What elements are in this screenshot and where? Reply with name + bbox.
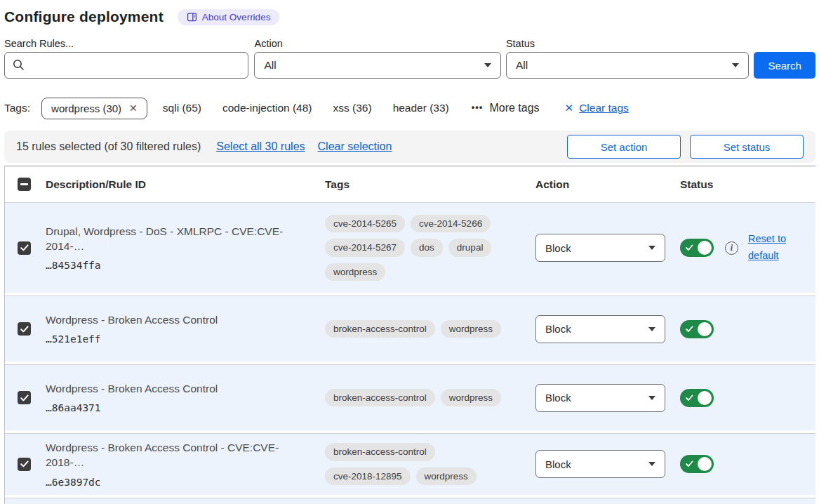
ellipsis-icon: ••• xyxy=(472,102,484,112)
tags-label: Tags: xyxy=(4,102,30,114)
caret-down-icon xyxy=(648,327,655,331)
action-select[interactable]: Block xyxy=(535,234,665,262)
reset-to-default-link[interactable]: Reset to default xyxy=(748,231,793,265)
tag-pill: broken-access-control xyxy=(325,320,435,338)
configure-deployment-page: Configure deployment About Overrides Sea… xyxy=(0,0,819,504)
tag-pill: broken-access-control xyxy=(325,443,435,461)
clear-icon: ✕ xyxy=(565,102,574,114)
row-checkbox[interactable] xyxy=(18,322,31,336)
set-action-button[interactable]: Set action xyxy=(567,135,681,159)
search-button[interactable]: Search xyxy=(754,52,815,79)
tag-pill: drupal xyxy=(448,239,492,257)
select-all-checkbox[interactable] xyxy=(18,178,31,191)
column-header-description: Description/Rule ID xyxy=(44,178,325,191)
search-rules-input[interactable] xyxy=(4,52,248,79)
column-header-tags: Tags xyxy=(325,178,535,191)
rule-description: Wordpress - Broken Access Control xyxy=(46,313,307,328)
tag-option[interactable]: header (33) xyxy=(393,102,449,114)
status-filter-value: All xyxy=(516,59,528,72)
column-header-status: Status xyxy=(666,178,815,191)
toggle-knob xyxy=(698,457,712,471)
tag-pill: cve-2014-5266 xyxy=(411,215,491,233)
row-checkbox[interactable] xyxy=(18,458,31,471)
action-select-value: Block xyxy=(545,458,571,470)
page-title: Configure deployment xyxy=(4,8,164,25)
selected-tag-chip[interactable]: wordpress (30) ✕ xyxy=(41,98,147,119)
info-icon[interactable]: i xyxy=(725,241,738,255)
rule-id: …521e1eff xyxy=(46,333,307,345)
selection-summary: 15 rules selected (of 30 filtered rules) xyxy=(16,140,201,153)
caret-down-icon xyxy=(732,63,739,67)
rule-id: …84534ffa xyxy=(46,260,307,271)
status-filter-select[interactable]: All xyxy=(506,52,749,79)
table-row: Wordpress - Broken Access Control…86aa43… xyxy=(5,364,815,430)
tag-options: sqli (65)code-injection (48)xss (36)head… xyxy=(163,102,449,114)
toggle-check-icon xyxy=(686,326,693,333)
status-toggle[interactable] xyxy=(680,455,714,473)
table-body: Drupal, Wordpress - DoS - XMLRPC - CVE:C… xyxy=(5,203,815,504)
table-row xyxy=(5,498,815,504)
remove-tag-icon[interactable]: ✕ xyxy=(129,102,138,114)
table-row: Wordpress - Broken Access Control - CVE:… xyxy=(5,433,815,495)
tag-pill: wordpress xyxy=(325,263,385,281)
action-select[interactable]: Block xyxy=(535,384,665,412)
search-rules-label: Search Rules... xyxy=(4,38,248,49)
clear-tags-button[interactable]: ✕ Clear tags xyxy=(565,102,629,114)
row-checkbox[interactable] xyxy=(18,241,31,255)
toggle-check-icon xyxy=(686,460,693,467)
caret-down-icon xyxy=(484,63,491,67)
page-header: Configure deployment About Overrides xyxy=(4,8,815,25)
table-row: Wordpress - Broken Access Control…521e1e… xyxy=(5,296,815,362)
action-select[interactable]: Block xyxy=(535,450,665,478)
check-icon xyxy=(20,394,29,402)
tag-option[interactable]: sqli (65) xyxy=(163,102,201,114)
tag-pill: broken-access-control xyxy=(325,389,435,407)
selected-tag-label: wordpress (30) xyxy=(51,102,121,114)
row-checkbox[interactable] xyxy=(18,391,31,404)
tag-option[interactable]: code-injection (48) xyxy=(222,102,312,114)
tag-pill: wordpress xyxy=(416,467,477,486)
status-toggle[interactable] xyxy=(680,239,714,257)
caret-down-icon xyxy=(648,396,655,400)
check-icon xyxy=(20,244,29,251)
filters-bar: Search Rules... Action All Status xyxy=(4,38,815,79)
tag-pill: wordpress xyxy=(441,389,501,407)
toggle-check-icon xyxy=(686,394,693,402)
action-filter-label: Action xyxy=(254,38,500,49)
rule-id: …86aa4371 xyxy=(46,402,307,413)
selection-bar: 15 rules selected (of 30 filtered rules)… xyxy=(4,131,815,163)
tag-option[interactable]: xss (36) xyxy=(333,102,372,114)
toggle-knob xyxy=(698,241,712,255)
status-toggle[interactable] xyxy=(680,389,714,407)
tag-pill: wordpress xyxy=(441,320,501,338)
caret-down-icon xyxy=(648,246,655,250)
rule-id: …6e3897dc xyxy=(46,477,307,488)
set-status-button[interactable]: Set status xyxy=(690,135,804,159)
toggle-knob xyxy=(698,391,712,405)
tag-pill: dos xyxy=(411,239,443,257)
minus-icon xyxy=(20,183,28,185)
action-filter-value: All xyxy=(264,59,276,72)
clear-tags-label: Clear tags xyxy=(579,102,629,114)
table-row: Drupal, Wordpress - DoS - XMLRPC - CVE:C… xyxy=(5,203,815,293)
status-toggle[interactable] xyxy=(680,320,714,338)
toggle-check-icon xyxy=(686,244,693,251)
about-overrides-label: About Overrides xyxy=(202,12,271,22)
tag-pill: cve-2018-12895 xyxy=(325,467,411,486)
rules-table: Description/Rule ID Tags Action Status D… xyxy=(4,166,815,504)
clear-selection-link[interactable]: Clear selection xyxy=(318,140,392,153)
select-all-link[interactable]: Select all 30 rules xyxy=(216,140,305,153)
tag-pill: cve-2014-5267 xyxy=(325,239,405,257)
action-filter-select[interactable]: All xyxy=(254,52,500,79)
about-overrides-badge[interactable]: About Overrides xyxy=(178,9,280,25)
action-select[interactable]: Block xyxy=(535,315,665,343)
action-select-value: Block xyxy=(545,392,571,404)
toggle-knob xyxy=(698,322,712,336)
more-tags-label: More tags xyxy=(489,102,539,114)
more-tags-button[interactable]: ••• More tags xyxy=(472,102,540,114)
rule-description: Drupal, Wordpress - DoS - XMLRPC - CVE:C… xyxy=(46,225,307,254)
status-filter-label: Status xyxy=(506,38,749,49)
tag-pill: cve-2014-5265 xyxy=(325,215,405,233)
check-icon xyxy=(20,460,29,467)
action-select-value: Block xyxy=(545,323,571,335)
